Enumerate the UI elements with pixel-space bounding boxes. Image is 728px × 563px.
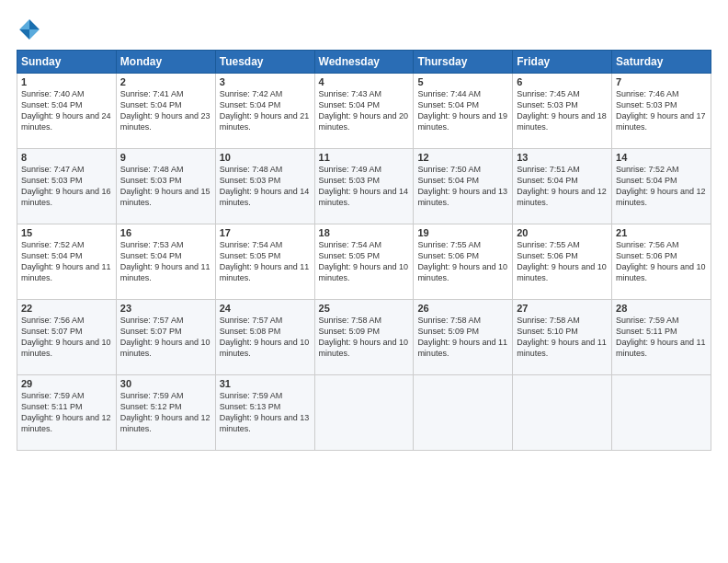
day-number: 8 — [21, 152, 112, 163]
day-number: 19 — [417, 227, 508, 238]
calendar-cell: 14Sunrise: 7:52 AM Sunset: 5:04 PM Dayli… — [612, 149, 711, 224]
day-number: 26 — [417, 303, 508, 314]
day-number: 31 — [220, 378, 311, 389]
calendar-cell: 29Sunrise: 7:59 AM Sunset: 5:11 PM Dayli… — [17, 375, 117, 451]
calendar-cell: 26Sunrise: 7:58 AM Sunset: 5:09 PM Dayli… — [414, 300, 513, 375]
day-number: 30 — [120, 378, 211, 389]
weekday-header-sunday: Sunday — [17, 51, 117, 74]
day-number: 4 — [319, 76, 410, 87]
day-info: Sunrise: 7:44 AM Sunset: 5:04 PM Dayligh… — [417, 88, 508, 133]
calendar-cell: 3Sunrise: 7:42 AM Sunset: 5:04 PM Daylig… — [215, 74, 314, 149]
calendar-cell: 13Sunrise: 7:51 AM Sunset: 5:04 PM Dayli… — [513, 149, 612, 224]
calendar-cell: 28Sunrise: 7:59 AM Sunset: 5:11 PM Dayli… — [612, 300, 711, 375]
day-number: 27 — [517, 303, 608, 314]
day-info: Sunrise: 7:57 AM Sunset: 5:07 PM Dayligh… — [120, 315, 211, 360]
day-number: 18 — [319, 227, 410, 238]
day-info: Sunrise: 7:52 AM Sunset: 5:04 PM Dayligh… — [616, 164, 707, 209]
day-info: Sunrise: 7:58 AM Sunset: 5:09 PM Dayligh… — [319, 315, 410, 360]
svg-marker-1 — [29, 29, 40, 40]
weekday-header-tuesday: Tuesday — [215, 51, 314, 74]
day-info: Sunrise: 7:59 AM Sunset: 5:13 PM Dayligh… — [220, 390, 311, 435]
calendar-cell — [513, 375, 612, 451]
day-number: 23 — [120, 303, 211, 314]
logo-icon — [17, 17, 42, 42]
day-number: 10 — [220, 152, 311, 163]
day-number: 14 — [616, 152, 707, 163]
day-info: Sunrise: 7:41 AM Sunset: 5:04 PM Dayligh… — [120, 88, 211, 133]
calendar-cell: 27Sunrise: 7:58 AM Sunset: 5:10 PM Dayli… — [513, 300, 612, 375]
day-number: 3 — [220, 76, 311, 87]
calendar-cell: 30Sunrise: 7:59 AM Sunset: 5:12 PM Dayli… — [116, 375, 215, 451]
calendar-cell: 23Sunrise: 7:57 AM Sunset: 5:07 PM Dayli… — [116, 300, 215, 375]
calendar-cell: 18Sunrise: 7:54 AM Sunset: 5:05 PM Dayli… — [314, 224, 414, 300]
calendar-cell: 12Sunrise: 7:50 AM Sunset: 5:04 PM Dayli… — [414, 149, 513, 224]
calendar-cell: 4Sunrise: 7:43 AM Sunset: 5:04 PM Daylig… — [314, 74, 414, 149]
header — [17, 17, 711, 42]
day-info: Sunrise: 7:57 AM Sunset: 5:08 PM Dayligh… — [220, 315, 311, 360]
day-info: Sunrise: 7:52 AM Sunset: 5:04 PM Dayligh… — [21, 239, 112, 284]
day-number: 7 — [616, 76, 707, 87]
day-info: Sunrise: 7:59 AM Sunset: 5:11 PM Dayligh… — [21, 390, 112, 435]
day-number: 22 — [21, 303, 112, 314]
day-number: 13 — [517, 152, 608, 163]
day-number: 2 — [120, 76, 211, 87]
day-number: 5 — [417, 76, 508, 87]
calendar-cell — [612, 375, 711, 451]
calendar-cell: 25Sunrise: 7:58 AM Sunset: 5:09 PM Dayli… — [314, 300, 414, 375]
weekday-header-saturday: Saturday — [612, 51, 711, 74]
calendar-cell: 22Sunrise: 7:56 AM Sunset: 5:07 PM Dayli… — [17, 300, 117, 375]
weekday-header-friday: Friday — [513, 51, 612, 74]
calendar-cell: 2Sunrise: 7:41 AM Sunset: 5:04 PM Daylig… — [116, 74, 215, 149]
day-number: 17 — [220, 227, 311, 238]
day-number: 1 — [21, 76, 112, 87]
day-number: 28 — [616, 303, 707, 314]
calendar-cell: 5Sunrise: 7:44 AM Sunset: 5:04 PM Daylig… — [414, 74, 513, 149]
day-number: 20 — [517, 227, 608, 238]
calendar-cell: 21Sunrise: 7:56 AM Sunset: 5:06 PM Dayli… — [612, 224, 711, 300]
svg-marker-3 — [19, 29, 29, 40]
calendar-cell: 19Sunrise: 7:55 AM Sunset: 5:06 PM Dayli… — [414, 224, 513, 300]
day-info: Sunrise: 7:55 AM Sunset: 5:06 PM Dayligh… — [517, 239, 608, 284]
calendar-cell: 10Sunrise: 7:48 AM Sunset: 5:03 PM Dayli… — [215, 149, 314, 224]
day-number: 11 — [319, 152, 410, 163]
day-number: 12 — [417, 152, 508, 163]
calendar-cell: 11Sunrise: 7:49 AM Sunset: 5:03 PM Dayli… — [314, 149, 414, 224]
day-info: Sunrise: 7:48 AM Sunset: 5:03 PM Dayligh… — [120, 164, 211, 209]
weekday-header-thursday: Thursday — [414, 51, 513, 74]
calendar-cell: 31Sunrise: 7:59 AM Sunset: 5:13 PM Dayli… — [215, 375, 314, 451]
day-info: Sunrise: 7:58 AM Sunset: 5:09 PM Dayligh… — [417, 315, 508, 360]
calendar-table: SundayMondayTuesdayWednesdayThursdayFrid… — [17, 50, 711, 451]
day-info: Sunrise: 7:50 AM Sunset: 5:04 PM Dayligh… — [417, 164, 508, 209]
day-info: Sunrise: 7:55 AM Sunset: 5:06 PM Dayligh… — [417, 239, 508, 284]
day-info: Sunrise: 7:54 AM Sunset: 5:05 PM Dayligh… — [319, 239, 410, 284]
day-info: Sunrise: 7:59 AM Sunset: 5:12 PM Dayligh… — [120, 390, 211, 435]
calendar-cell: 17Sunrise: 7:54 AM Sunset: 5:05 PM Dayli… — [215, 224, 314, 300]
day-info: Sunrise: 7:43 AM Sunset: 5:04 PM Dayligh… — [319, 88, 410, 133]
day-info: Sunrise: 7:51 AM Sunset: 5:04 PM Dayligh… — [517, 164, 608, 209]
day-info: Sunrise: 7:46 AM Sunset: 5:03 PM Dayligh… — [616, 88, 707, 133]
calendar-cell: 20Sunrise: 7:55 AM Sunset: 5:06 PM Dayli… — [513, 224, 612, 300]
calendar-cell — [314, 375, 414, 451]
day-number: 16 — [120, 227, 211, 238]
day-info: Sunrise: 7:58 AM Sunset: 5:10 PM Dayligh… — [517, 315, 608, 360]
day-info: Sunrise: 7:45 AM Sunset: 5:03 PM Dayligh… — [517, 88, 608, 133]
day-number: 24 — [220, 303, 311, 314]
day-info: Sunrise: 7:48 AM Sunset: 5:03 PM Dayligh… — [220, 164, 311, 209]
day-number: 9 — [120, 152, 211, 163]
day-number: 29 — [21, 378, 112, 389]
calendar-cell: 7Sunrise: 7:46 AM Sunset: 5:03 PM Daylig… — [612, 74, 711, 149]
day-info: Sunrise: 7:54 AM Sunset: 5:05 PM Dayligh… — [220, 239, 311, 284]
calendar-cell: 24Sunrise: 7:57 AM Sunset: 5:08 PM Dayli… — [215, 300, 314, 375]
day-number: 6 — [517, 76, 608, 87]
day-info: Sunrise: 7:53 AM Sunset: 5:04 PM Dayligh… — [120, 239, 211, 284]
day-info: Sunrise: 7:59 AM Sunset: 5:11 PM Dayligh… — [616, 315, 707, 360]
day-info: Sunrise: 7:42 AM Sunset: 5:04 PM Dayligh… — [220, 88, 311, 133]
calendar-cell — [414, 375, 513, 451]
calendar-cell: 16Sunrise: 7:53 AM Sunset: 5:04 PM Dayli… — [116, 224, 215, 300]
svg-marker-2 — [19, 19, 29, 29]
weekday-header-monday: Monday — [116, 51, 215, 74]
day-info: Sunrise: 7:49 AM Sunset: 5:03 PM Dayligh… — [319, 164, 410, 209]
weekday-header-wednesday: Wednesday — [314, 51, 414, 74]
calendar-cell: 15Sunrise: 7:52 AM Sunset: 5:04 PM Dayli… — [17, 224, 117, 300]
calendar-page: SundayMondayTuesdayWednesdayThursdayFrid… — [0, 0, 728, 563]
